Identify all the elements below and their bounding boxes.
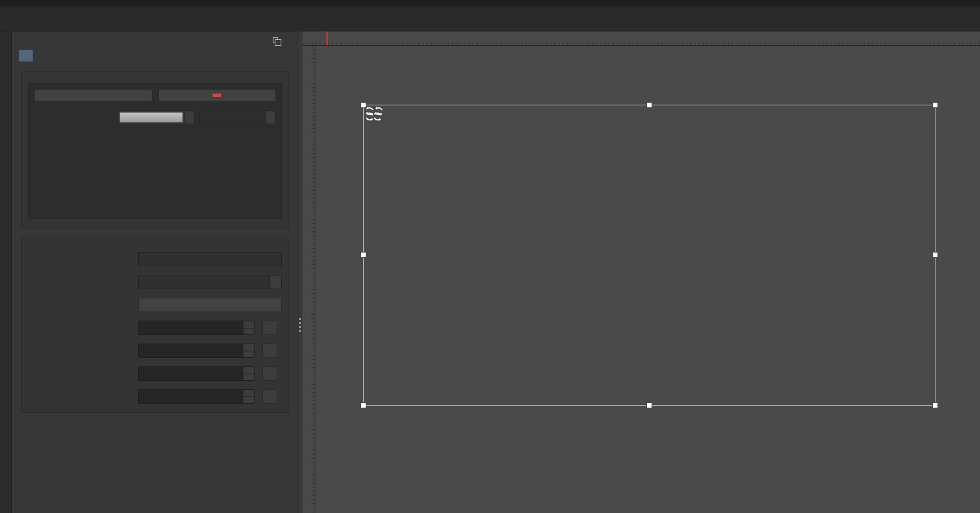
layout-canvas[interactable] [315, 46, 980, 513]
spin-down-icon[interactable] [243, 397, 254, 404]
top-margin-override-button[interactable] [262, 344, 277, 358]
spin-down-icon[interactable] [243, 374, 254, 381]
customize-button[interactable] [138, 298, 282, 312]
top-margin-value [139, 344, 243, 357]
toolbox-toolbar [0, 31, 12, 513]
add-symbol-button[interactable] [34, 89, 152, 101]
right-margin-value [139, 367, 243, 380]
resize-handle[interactable] [646, 102, 652, 108]
right-margin-spinbox[interactable] [138, 366, 254, 381]
qgis-print-layout-window [0, 0, 980, 513]
spin-down-icon[interactable] [243, 351, 254, 358]
left-margin-value [139, 321, 243, 334]
top-margin-spinbox[interactable] [138, 344, 254, 358]
chart-area-group [21, 238, 289, 413]
horizontal-ruler[interactable] [302, 31, 980, 46]
chevron-down-icon [265, 111, 275, 124]
spin-up-icon[interactable] [243, 344, 254, 351]
bottom-margin-override-button[interactable] [262, 389, 277, 404]
resize-handle[interactable] [360, 252, 366, 258]
chevron-down-icon [270, 275, 281, 289]
spin-down-icon[interactable] [243, 328, 254, 335]
rotate-handle-icon[interactable] [364, 105, 376, 117]
resize-handle[interactable] [932, 252, 938, 258]
vertical-ruler[interactable] [302, 46, 315, 513]
item-properties-panel [12, 31, 298, 513]
symbols-list-group [21, 71, 289, 228]
chevron-down-icon [184, 111, 194, 124]
symbol-fill-preview [118, 111, 184, 124]
panel-splitter[interactable] [298, 31, 302, 513]
right-margin-override-button[interactable] [262, 366, 277, 381]
symbol-colors-preview [200, 111, 265, 124]
resize-handle[interactable] [646, 402, 652, 408]
bottom-margin-value [139, 390, 243, 403]
back-button[interactable] [18, 49, 33, 62]
selection-box [363, 105, 936, 406]
symbols-list [28, 83, 282, 219]
ruler-position-indicator [326, 31, 328, 45]
top-toolbar [0, 0, 980, 7]
bottom-margin-spinbox[interactable] [138, 389, 254, 404]
layout-workspace [302, 31, 980, 513]
spin-up-icon[interactable] [243, 321, 254, 328]
float-panel-icon[interactable] [271, 35, 280, 44]
symbol-colors-dropdown[interactable] [199, 111, 275, 124]
splitter-grip-icon [299, 318, 301, 334]
spin-up-icon[interactable] [243, 367, 254, 374]
minus-icon [213, 94, 221, 97]
left-margin-spinbox[interactable] [138, 321, 254, 335]
symbol-fill-dropdown[interactable] [118, 111, 194, 124]
close-panel-icon[interactable] [283, 35, 292, 44]
remove-symbol-button[interactable] [158, 89, 277, 101]
panel-header [12, 31, 298, 46]
resize-handle[interactable] [360, 402, 366, 408]
left-margin-override-button[interactable] [262, 321, 277, 335]
label-font-button[interactable] [138, 275, 282, 289]
resize-handle[interactable] [932, 402, 938, 408]
panel-subheader [12, 46, 298, 69]
spin-up-icon[interactable] [243, 390, 254, 397]
layout-toolbar [0, 7, 980, 31]
resize-handle[interactable] [932, 102, 938, 108]
label-type-combobox[interactable] [138, 252, 282, 266]
